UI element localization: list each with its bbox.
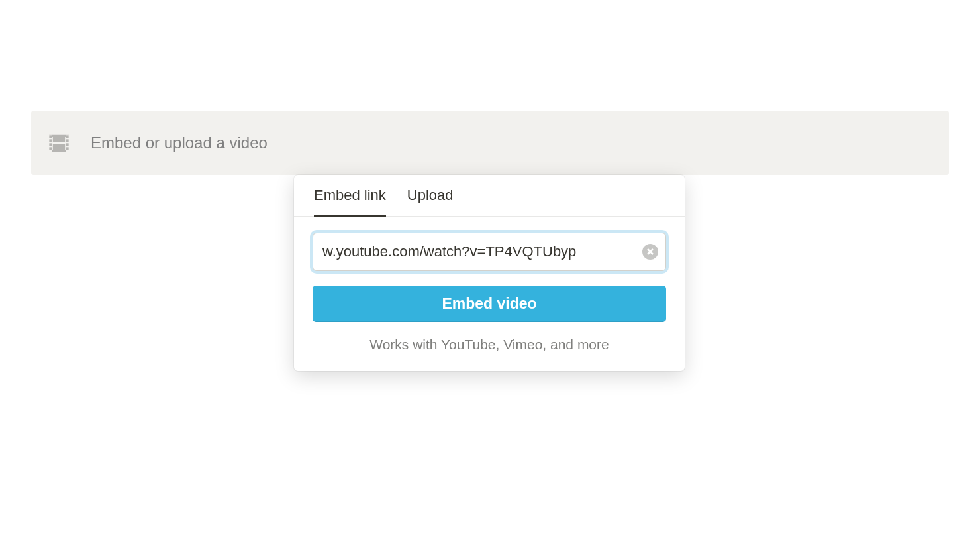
svg-rect-2 — [53, 144, 65, 150]
popover-tabs: Embed link Upload — [294, 175, 685, 217]
video-embed-block[interactable]: Embed or upload a video — [31, 111, 949, 175]
svg-rect-10 — [66, 139, 68, 142]
svg-rect-6 — [49, 139, 52, 142]
svg-rect-1 — [53, 137, 65, 142]
video-url-input[interactable] — [313, 233, 666, 271]
svg-rect-11 — [66, 143, 68, 146]
svg-rect-5 — [49, 135, 52, 138]
close-icon — [647, 248, 654, 255]
url-input-wrap — [313, 233, 666, 271]
embed-popover: Embed link Upload Embed video Works with… — [294, 175, 685, 371]
video-icon — [46, 130, 72, 156]
embed-hint-text: Works with YouTube, Vimeo, and more — [313, 337, 666, 353]
clear-input-button[interactable] — [642, 244, 658, 260]
popover-body: Embed video Works with YouTube, Vimeo, a… — [294, 217, 685, 371]
embed-video-button[interactable]: Embed video — [313, 286, 666, 322]
tab-upload[interactable]: Upload — [407, 175, 454, 217]
video-block-placeholder: Embed or upload a video — [91, 134, 268, 152]
svg-rect-12 — [66, 147, 68, 150]
tab-embed-link[interactable]: Embed link — [314, 175, 386, 217]
svg-rect-8 — [49, 147, 52, 150]
svg-rect-7 — [49, 143, 52, 146]
svg-rect-9 — [66, 135, 68, 138]
